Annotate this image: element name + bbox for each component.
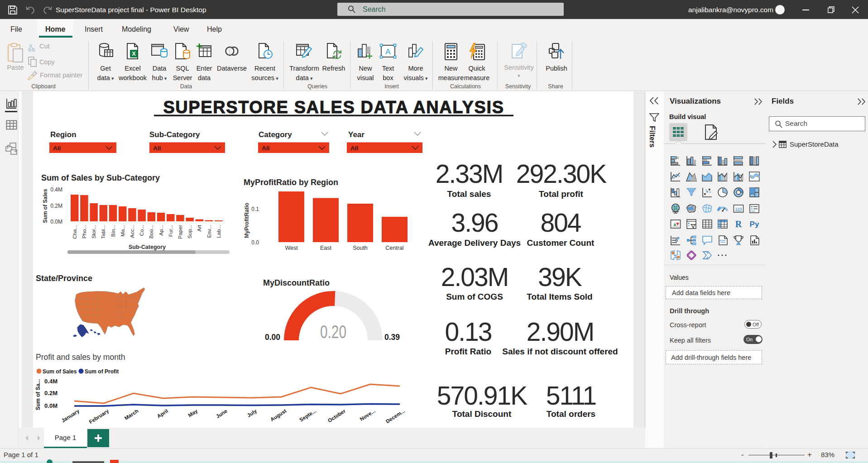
svg-text:A: A [385, 48, 391, 56]
svg-text:0.2M: 0.2M [44, 390, 58, 396]
svg-text:Septe...: Septe... [298, 408, 317, 423]
svg-text:Paper: Paper [177, 225, 183, 239]
svg-text:South: South [353, 245, 368, 251]
svg-text:Sup...: Sup... [187, 225, 192, 239]
svg-text:Lab...: Lab... [216, 225, 221, 238]
svg-text:X: X [132, 50, 136, 57]
svg-text:August: August [269, 408, 288, 423]
svg-text:Category: Category [259, 130, 292, 139]
svg-text:Ma...: Ma... [120, 225, 125, 237]
svg-text:Sum of Sa...: Sum of Sa... [35, 379, 41, 410]
svg-text:2.33M: 2.33M [436, 159, 503, 188]
svg-text:Art: Art [197, 224, 202, 232]
svg-text:3.96: 3.96 [451, 208, 498, 237]
svg-text:April: April [156, 408, 169, 419]
svg-text:0.00: 0.00 [265, 333, 280, 342]
svg-text:All: All [350, 145, 358, 152]
svg-text:Sub-Category: Sub-Category [149, 130, 200, 139]
svg-text:804: 804 [540, 208, 581, 237]
svg-text:Bin...: Bin... [110, 225, 116, 237]
svg-text:R: R [735, 219, 742, 229]
svg-text:All: All [262, 145, 269, 152]
svg-text:Profit and sales by month: Profit and sales by month [36, 353, 125, 362]
svg-text:Stor...: Stor... [91, 225, 96, 239]
svg-text:0.13: 0.13 [445, 317, 492, 346]
svg-text:39K: 39K [538, 263, 582, 291]
svg-text:0.0M: 0.0M [50, 219, 62, 225]
svg-text:123: 123 [735, 207, 742, 211]
svg-text:Acc...: Acc... [129, 225, 135, 238]
svg-text:Year: Year [348, 130, 364, 139]
svg-text:Sum of Sales: Sum of Sales [42, 189, 48, 223]
svg-text:Co...: Co... [139, 225, 144, 236]
svg-text:SUPERSTORE SALES DATA ANALYSIS: SUPERSTORE SALES DATA ANALYSIS [163, 98, 504, 117]
svg-text:All: All [153, 145, 161, 152]
svg-text:Tabl...: Tabl... [101, 225, 106, 239]
svg-text:292.30K: 292.30K [516, 159, 607, 188]
svg-text:June: June [215, 408, 228, 420]
svg-text:July: July [246, 408, 258, 418]
svg-text:Customer Count: Customer Count [527, 238, 595, 248]
svg-text:0.0M: 0.0M [44, 402, 58, 409]
svg-text:Total Items Sold: Total Items Sold [527, 292, 592, 301]
svg-text:0.4M: 0.4M [50, 186, 62, 193]
svg-text:MyProfitRatio: MyProfitRatio [244, 203, 250, 238]
svg-text:Sum of Profit: Sum of Profit [85, 368, 119, 375]
svg-text:Cha...: Cha... [72, 225, 77, 239]
svg-text:Decem...: Decem... [385, 408, 406, 425]
svg-text:March: March [124, 408, 139, 421]
svg-text:Profit Ratio: Profit Ratio [445, 347, 491, 356]
svg-text:Sum of Sales: Sum of Sales [43, 368, 77, 375]
svg-text:All: All [53, 145, 61, 152]
svg-text:May: May [187, 408, 199, 418]
svg-text:2.90M: 2.90M [527, 317, 594, 346]
svg-text:0.20: 0.20 [320, 322, 346, 342]
svg-text:Total profit: Total profit [539, 189, 583, 199]
svg-text:Sum of COGS: Sum of COGS [446, 292, 503, 301]
svg-text:Boo...: Boo... [149, 225, 154, 239]
svg-text:0.2M: 0.2M [50, 203, 62, 209]
svg-text:Total orders: Total orders [547, 409, 595, 419]
svg-text:0.39: 0.39 [384, 333, 400, 342]
svg-text:Average Delivery Days: Average Delivery Days [428, 238, 521, 248]
svg-text:Total sales: Total sales [447, 189, 491, 199]
svg-text:Py: Py [750, 220, 759, 229]
svg-text:East: East [320, 245, 332, 251]
svg-text:West: West [285, 245, 298, 251]
svg-text:5111: 5111 [546, 381, 596, 410]
svg-text:Pho...: Pho... [82, 225, 87, 239]
svg-text:570.91K: 570.91K [437, 381, 528, 410]
svg-text:MyProfitRatio by Region: MyProfitRatio by Region [244, 178, 338, 187]
svg-text:Total Discount: Total Discount [452, 409, 512, 419]
svg-text:Ap...: Ap... [158, 225, 164, 236]
svg-text:0.1: 0.1 [251, 206, 259, 212]
svg-text:0.0: 0.0 [251, 239, 259, 246]
svg-text:Central: Central [385, 245, 403, 251]
svg-text:2.03M: 2.03M [441, 263, 508, 291]
svg-text:October: October [327, 408, 347, 423]
svg-text:Sum of Sales by Sub-Category: Sum of Sales by Sub-Category [41, 173, 160, 182]
svg-text:0.4M: 0.4M [44, 378, 58, 385]
svg-text:Region: Region [50, 130, 77, 139]
svg-text:Fur...: Fur... [168, 225, 173, 237]
svg-text:State/Province: State/Province [36, 274, 92, 283]
svg-text:Sales if not discount offered: Sales if not discount offered [502, 347, 618, 356]
svg-text:Env...: Env... [206, 225, 212, 238]
svg-text:MyDiscountRatio: MyDiscountRatio [263, 278, 330, 287]
svg-text:February: February [88, 408, 110, 425]
svg-text:January: January [61, 408, 81, 423]
svg-text:Sub-Category: Sub-Category [129, 244, 166, 250]
svg-text:Nove...: Nove... [359, 408, 376, 422]
